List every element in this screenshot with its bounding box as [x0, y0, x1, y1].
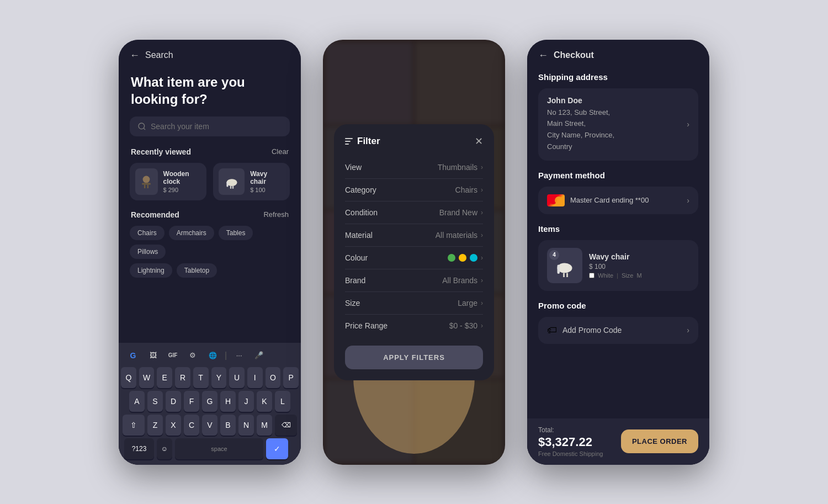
key-q[interactable]: Q [121, 367, 136, 388]
filter-row-material[interactable]: Material All materials › [345, 224, 483, 247]
more-icon[interactable]: ··· [230, 347, 248, 364]
key-s[interactable]: S [147, 391, 163, 412]
key-g[interactable]: G [202, 391, 217, 412]
key-enter[interactable]: ✓ [266, 438, 288, 459]
key-p[interactable]: P [283, 367, 299, 388]
tag-tabletop[interactable]: Tabletop [177, 263, 217, 278]
filter-price-chevron: › [481, 322, 483, 330]
key-numbers[interactable]: ?123 [124, 438, 154, 459]
promo-card[interactable]: 🏷 Add Promo Code › [538, 317, 698, 344]
filter-close-button[interactable]: ✕ [475, 135, 483, 147]
shipping-chevron-icon: › [687, 120, 689, 129]
key-u[interactable]: U [229, 367, 245, 388]
filter-panel: Filter ✕ View Thumbnails › Category Chai… [334, 124, 494, 380]
settings-icon[interactable]: ⚙ [184, 347, 201, 364]
item-color-swatch [589, 273, 595, 278]
recent-item-2-name: Wavy chair [250, 170, 284, 185]
payment-chevron-icon: › [687, 196, 689, 205]
filter-colour-label: Colour [345, 253, 368, 262]
filter-category-value: Chairs [455, 185, 477, 194]
emoji-keyboard-icon[interactable]: 🖼 [144, 347, 162, 364]
key-m[interactable]: M [257, 415, 272, 436]
recommended-header: Recomended Refresh [119, 210, 301, 226]
key-emoji[interactable]: ☺ [157, 438, 172, 459]
key-n[interactable]: N [238, 415, 254, 436]
svg-line-1 [144, 128, 145, 130]
checkout-back-button[interactable]: ← [538, 50, 548, 61]
mic-icon[interactable]: 🎤 [250, 347, 268, 364]
payment-section-title: Payment method [538, 171, 698, 180]
item-size-label: Size [622, 272, 633, 279]
filter-row-category[interactable]: Category Chairs › [345, 179, 483, 201]
items-section: Items 4 Wavy chair $ 10 [538, 224, 698, 291]
filter-row-colour[interactable]: Colour › [345, 247, 483, 269]
filter-row-price[interactable]: Price Range $0 - $30 › [345, 315, 483, 337]
key-h[interactable]: H [220, 391, 236, 412]
filter-row-brand[interactable]: Brand All Brands › [345, 269, 483, 292]
item-price: $ 100 [589, 263, 689, 270]
filter-row-view[interactable]: View Thumbnails › [345, 156, 483, 179]
key-y[interactable]: Y [211, 367, 227, 388]
filter-brand-chevron: › [481, 277, 483, 284]
swatch-teal [470, 254, 477, 262]
tag-chairs[interactable]: Chairs [130, 226, 164, 240]
key-l[interactable]: L [275, 391, 290, 412]
shipping-section-title: Shipping address [538, 72, 698, 82]
recommended-title: Recomended [131, 210, 179, 219]
search-input[interactable] [151, 122, 282, 131]
key-shift[interactable]: ⇧ [123, 415, 145, 436]
clear-button[interactable]: Clear [272, 147, 289, 156]
apply-filters-button[interactable]: APPLY FILTERS [345, 346, 483, 369]
shipping-card[interactable]: John Doe No 123, Sub Street, Main Street… [538, 88, 698, 161]
checkout-nav: ← Checkout [527, 40, 709, 67]
filter-condition-label: Condition [345, 208, 378, 217]
gif-icon[interactable]: GIF [164, 347, 182, 364]
key-f[interactable]: F [184, 391, 199, 412]
google-icon[interactable]: G [124, 347, 142, 364]
svg-point-0 [139, 123, 145, 129]
key-w[interactable]: W [139, 367, 155, 388]
recent-item-2[interactable]: Wavy chair $ 100 [213, 163, 290, 200]
keyboard: G 🖼 GIF ⚙ 🌐 | ··· 🎤 Q W E R T Y U I O P [119, 343, 301, 465]
payment-section: Payment method Master Card ending **00 › [538, 171, 698, 214]
search-bar[interactable] [130, 116, 290, 136]
key-space[interactable]: space [175, 438, 263, 459]
filter-size-value: Large [458, 299, 477, 307]
item-meta-separator: | [617, 272, 618, 279]
place-order-button[interactable]: PLACE ORDER [621, 429, 698, 453]
promo-section-title: Promo code [538, 301, 698, 310]
search-nav: ← Search [119, 40, 301, 67]
key-b[interactable]: B [220, 415, 236, 436]
key-e[interactable]: E [157, 367, 172, 388]
checkout-nav-title: Checkout [554, 50, 594, 60]
key-c[interactable]: C [184, 415, 199, 436]
key-d[interactable]: D [166, 391, 181, 412]
translate-icon[interactable]: 🌐 [204, 347, 221, 364]
tag-armchairs[interactable]: Armchairs [169, 226, 214, 240]
tag-pillows[interactable]: Pillows [130, 245, 166, 259]
payment-card[interactable]: Master Card ending **00 › [538, 187, 698, 214]
filter-brand-label: Brand [345, 276, 365, 285]
tag-tables[interactable]: Tables [219, 226, 253, 240]
key-a[interactable]: A [129, 391, 145, 412]
key-z[interactable]: Z [147, 415, 163, 436]
filter-row-size[interactable]: Size Large › [345, 292, 483, 315]
shipping-name: John Doe [547, 96, 614, 105]
key-t[interactable]: T [193, 367, 209, 388]
key-k[interactable]: K [257, 391, 272, 412]
key-backspace[interactable]: ⌫ [275, 415, 297, 436]
swatch-yellow [459, 254, 466, 262]
tag-lightning[interactable]: Lightning [130, 263, 172, 278]
filter-row-condition[interactable]: Condition Brand New › [345, 201, 483, 224]
key-r[interactable]: R [175, 367, 190, 388]
filter-price-value: $0 - $30 [449, 321, 477, 330]
key-i[interactable]: I [247, 367, 263, 388]
key-v[interactable]: V [202, 415, 217, 436]
key-o[interactable]: O [266, 367, 281, 388]
back-button[interactable]: ← [130, 50, 140, 61]
recent-item-1[interactable]: Wooden clock $ 290 [130, 163, 206, 200]
key-j[interactable]: J [238, 391, 254, 412]
key-x[interactable]: X [166, 415, 181, 436]
refresh-button[interactable]: Refresh [263, 210, 289, 219]
checkout-footer: Total: $3,327.22 Free Domestic Shipping … [527, 418, 709, 465]
